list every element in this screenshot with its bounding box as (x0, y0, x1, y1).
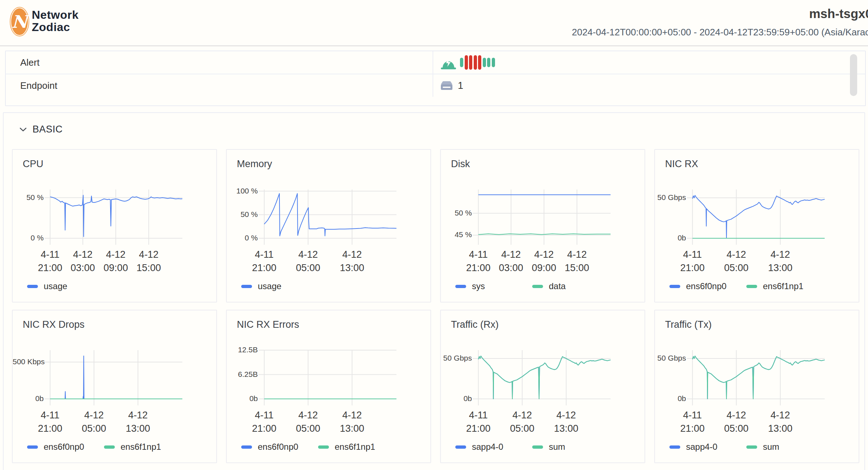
series-line-usage (50, 195, 182, 237)
chart-canvas-nic-rx-errors[interactable] (264, 350, 396, 406)
chart-plot-nic-rx[interactable] (692, 190, 825, 238)
basic-section-header[interactable]: BASIC (19, 124, 63, 135)
x-tick-date: 4-12 (550, 248, 604, 261)
basic-section: BASIC CPU50 %0 %4-1121:004-1203:004-1209… (3, 112, 865, 470)
chart-plot-cpu[interactable] (49, 190, 182, 238)
x-tick-time: 13:00 (325, 422, 379, 435)
x-tick-label: 4-1213:00 (111, 409, 165, 435)
legend-item-usage[interactable]: usage (27, 281, 104, 291)
legend-item-sapp4-0[interactable]: sapp4-0 (455, 442, 532, 452)
chart-title-disk: Disk (451, 158, 470, 170)
legend-item-sum[interactable]: sum (532, 442, 609, 452)
legend-label: ens6f0np0 (686, 281, 726, 291)
chart-legend-traffic-tx: sapp4-0sum (669, 442, 823, 452)
legend-label: ens6f1np1 (335, 442, 375, 452)
x-tick-date: 4-12 (539, 409, 593, 422)
chart-legend-memory: usage (241, 281, 318, 291)
x-tick-time: 13:00 (753, 261, 807, 275)
chart-canvas-nic-rx[interactable] (692, 190, 825, 245)
alert-bar-red (474, 55, 477, 70)
chart-card-disk: Disk50 %45 %4-1121:004-1203:004-1209:004… (440, 149, 645, 303)
y-tick-label: 50 % (227, 210, 258, 219)
chart-card-traffic-rx: Traffic (Rx)50 Gbps0b4-1121:004-1205:004… (440, 310, 645, 463)
chart-canvas-traffic-rx[interactable] (478, 350, 611, 406)
table-row-alert[interactable]: Alert (6, 51, 865, 74)
alert-history-bars (460, 55, 496, 70)
legend-item-ens6f0np0[interactable]: ens6f0np0 (241, 442, 318, 452)
legend-item-ens6f0np0[interactable]: ens6f0np0 (669, 281, 746, 291)
chart-legend-cpu: usage (27, 281, 104, 291)
x-tick-date: 4-12 (111, 409, 165, 422)
legend-swatch-blue (241, 445, 252, 449)
legend-item-sum[interactable]: sum (746, 442, 823, 452)
legend-swatch-green (746, 445, 757, 449)
y-tick-label: 50 Gbps (655, 193, 686, 202)
chart-card-cpu: CPU50 %0 %4-1121:004-1203:004-1209:004-1… (12, 149, 217, 303)
legend-item-sapp4-0[interactable]: sapp4-0 (669, 442, 746, 452)
chart-plot-nic-rx-errors[interactable] (264, 350, 396, 399)
x-tick-time: 15:00 (550, 261, 604, 275)
chart-title-cpu: CPU (23, 158, 43, 170)
x-tick-date: 4-12 (122, 248, 176, 261)
chart-canvas-nic-rx-drops[interactable] (49, 350, 182, 406)
legend-swatch-blue (455, 285, 466, 288)
x-tick-time: 15:00 (122, 261, 176, 275)
y-tick-label: 6.25B (227, 370, 258, 379)
x-tick-date: 4-12 (753, 409, 807, 422)
legend-item-ens6f1np1[interactable]: ens6f1np1 (746, 281, 823, 291)
chart-plot-traffic-tx[interactable] (692, 350, 825, 399)
endpoint-count: 1 (458, 80, 463, 91)
legend-label: ens6f1np1 (763, 281, 803, 291)
chart-legend-nic-rx-drops: ens6f0np0ens6f1np1 (27, 442, 181, 452)
legend-item-data[interactable]: data (532, 281, 609, 291)
basic-section-title: BASIC (32, 124, 63, 135)
legend-item-sys[interactable]: sys (455, 281, 532, 291)
legend-item-ens6f1np1[interactable]: ens6f1np1 (318, 442, 395, 452)
x-tick-label: 4-1213:00 (753, 409, 807, 435)
legend-item-ens6f1np1[interactable]: ens6f1np1 (104, 442, 181, 452)
chart-canvas-disk[interactable] (478, 190, 611, 245)
chevron-down-icon[interactable] (19, 127, 27, 132)
legend-swatch-blue (241, 285, 252, 288)
chart-card-nic-rx: NIC RX50 Gbps0b4-1121:004-1205:004-1213:… (654, 149, 859, 303)
legend-swatch-blue (27, 285, 38, 288)
y-tick-label: 100 % (227, 187, 258, 195)
alert-row-value[interactable] (440, 51, 496, 74)
summary-table: Alert Endpoint 1 (5, 51, 866, 106)
legend-item-usage[interactable]: usage (241, 281, 318, 291)
legend-swatch-green (104, 445, 115, 449)
legend-label: sum (549, 442, 565, 452)
endpoint-row-label: Endpoint (20, 74, 57, 97)
table-scrollbar-thumb[interactable] (850, 54, 857, 96)
table-row-endpoint[interactable]: Endpoint 1 (6, 74, 865, 97)
x-tick-label: 4-1215:00 (550, 248, 604, 275)
chart-plot-traffic-rx[interactable] (478, 350, 611, 399)
y-tick-label: 45 % (441, 230, 472, 239)
legend-item-ens6f0np0[interactable]: ens6f0np0 (27, 442, 104, 452)
alert-bar-red (465, 55, 468, 70)
chart-canvas-traffic-tx[interactable] (692, 350, 825, 406)
chart-plot-disk[interactable] (478, 190, 611, 238)
endpoint-row-value[interactable]: 1 (440, 74, 463, 97)
chart-canvas-memory[interactable] (264, 190, 396, 245)
cell-divider (433, 74, 433, 97)
chart-plot-nic-rx-drops[interactable] (49, 350, 182, 399)
chart-card-traffic-tx: Traffic (Tx)50 Gbps0b4-1121:004-1205:004… (654, 310, 859, 463)
chart-card-memory: Memory100 %50 %0 %4-1121:004-1205:004-12… (226, 149, 431, 303)
series-line-data (478, 234, 611, 235)
y-tick-label: 50 Gbps (655, 354, 686, 362)
chart-plot-memory[interactable] (264, 190, 396, 238)
chart-title-traffic-tx: Traffic (Tx) (665, 319, 712, 330)
legend-label: sum (763, 442, 779, 452)
y-tick-label: 50 % (13, 193, 44, 202)
brand-line1: Network (32, 9, 79, 21)
dashboard-page: { "header": { "brand_line1": "Network", … (0, 0, 868, 470)
legend-label: sapp4-0 (686, 442, 717, 452)
svg-text:N: N (12, 12, 30, 32)
x-tick-label: 4-1213:00 (325, 248, 379, 275)
y-tick-label: 0b (13, 394, 44, 403)
alert-bar-red (478, 55, 481, 70)
y-tick-label: 0b (655, 394, 686, 403)
chart-title-nic-rx-drops: NIC RX Drops (23, 319, 84, 330)
chart-canvas-cpu[interactable] (49, 190, 182, 245)
